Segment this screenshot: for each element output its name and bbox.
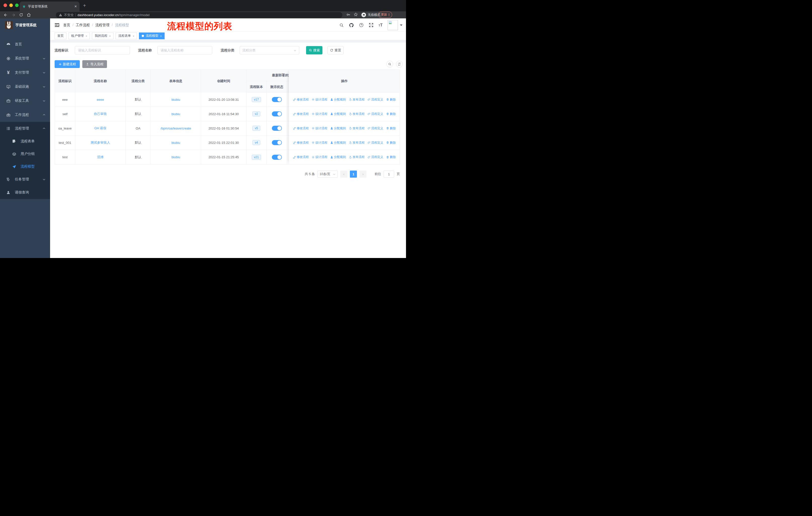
sidebar-collapse-icon[interactable] <box>54 22 60 28</box>
sidebar-item-system[interactable]: 系统管理 <box>0 51 50 65</box>
avatar[interactable] <box>388 20 398 30</box>
assign-rule-link[interactable]: 分配规则 <box>330 98 346 102</box>
url-text[interactable]: dashboard.yudao.iocoder.cn/bpm/manager/m… <box>78 13 149 17</box>
import-process-button[interactable]: 导入流程 <box>82 60 107 68</box>
version-badge[interactable]: v4 <box>253 140 260 145</box>
search-icon[interactable] <box>339 23 344 27</box>
minimize-window-button[interactable] <box>9 3 13 7</box>
active-toggle[interactable] <box>272 97 282 102</box>
version-badge[interactable]: v2 <box>253 111 260 116</box>
delete-link[interactable]: 删除 <box>386 98 396 102</box>
edit-process-link[interactable]: 修改流程 <box>293 155 309 159</box>
breadcrumb-workflow[interactable]: 工作流程 <box>76 23 90 27</box>
font-size-icon[interactable]: TT <box>379 23 383 27</box>
publish-process-link[interactable]: 发布流程 <box>349 155 365 159</box>
version-badge[interactable]: v5 <box>253 126 260 131</box>
assign-rule-link[interactable]: 分配规则 <box>330 126 346 131</box>
design-process-link[interactable]: 设计流程 <box>312 112 327 116</box>
publish-process-link[interactable]: 发布流程 <box>349 112 365 116</box>
breadcrumb-home[interactable]: 首页 <box>63 23 70 27</box>
form-info-link[interactable]: biubiu <box>171 112 180 116</box>
delete-link[interactable]: 删除 <box>386 112 396 116</box>
close-icon[interactable]: × <box>160 34 162 37</box>
search-button[interactable]: 搜索 <box>306 46 322 54</box>
sidebar-item-workflow[interactable]: 工作流程 <box>0 108 50 122</box>
reset-button[interactable]: 重置 <box>327 46 344 54</box>
security-chip[interactable]: 不安全 <box>64 13 74 18</box>
active-toggle[interactable] <box>272 126 282 131</box>
kebab-menu-icon[interactable] <box>388 13 389 17</box>
page-1-button[interactable]: 1 <box>350 170 357 178</box>
sidebar-item-payment[interactable]: ¥ 支付管理 <box>0 65 50 80</box>
back-icon[interactable] <box>3 13 8 17</box>
process-name-link[interactable]: 自己审批 <box>94 112 107 116</box>
avatar-caret-icon[interactable] <box>400 24 403 26</box>
goto-page-input[interactable] <box>384 170 394 178</box>
process-definition-link[interactable]: 流程定义 <box>368 98 383 102</box>
form-info-link[interactable]: /bpm/oa/leave/create <box>161 127 191 130</box>
publish-process-link[interactable]: 发布流程 <box>349 98 365 102</box>
create-process-button[interactable]: 新建流程 <box>55 60 80 68</box>
window-controls[interactable] <box>3 3 19 7</box>
form-info-link[interactable]: biubiu <box>171 155 180 159</box>
edit-process-link[interactable]: 修改流程 <box>293 112 309 116</box>
delete-link[interactable]: 删除 <box>386 155 396 159</box>
tag-home[interactable]: 首页 <box>55 32 66 39</box>
process-definition-link[interactable]: 流程定义 <box>368 126 383 131</box>
sidebar-item-home[interactable]: 首页 <box>0 37 50 51</box>
prev-page-button[interactable]: ‹ <box>340 170 347 178</box>
design-process-link[interactable]: 设计流程 <box>312 155 327 159</box>
process-definition-link[interactable]: 流程定义 <box>368 112 383 116</box>
design-process-link[interactable]: 设计流程 <box>312 141 327 145</box>
help-icon[interactable] <box>359 23 364 27</box>
active-toggle[interactable] <box>272 111 282 116</box>
form-info-link[interactable]: biubiu <box>171 141 180 145</box>
next-page-button[interactable]: › <box>359 170 367 178</box>
breadcrumb-process-mgmt[interactable]: 流程管理 <box>95 23 110 27</box>
password-key-icon[interactable] <box>346 12 351 17</box>
close-icon[interactable]: × <box>133 34 134 37</box>
refresh-table-button[interactable] <box>396 61 403 67</box>
edit-process-link[interactable]: 修改流程 <box>293 141 309 145</box>
sidebar-item-task-mgmt[interactable]: 任务管理 <box>0 173 50 186</box>
design-process-link[interactable]: 设计流程 <box>312 126 327 131</box>
version-badge[interactable]: v17 <box>252 97 261 102</box>
active-toggle[interactable] <box>272 155 282 160</box>
assign-rule-link[interactable]: 分配规则 <box>330 155 346 159</box>
tag-process-model[interactable]: 流程模型× <box>139 32 164 39</box>
process-key-input[interactable] <box>75 46 130 54</box>
show-search-button[interactable] <box>386 61 393 67</box>
process-name-link[interactable]: OA 请假 <box>94 126 107 131</box>
sidebar-item-process-model[interactable]: 流程模型 <box>0 160 50 173</box>
browser-tab[interactable]: 芋道管理系统 ✕ <box>20 1 80 11</box>
sidebar-item-process-form[interactable]: 流程表单 <box>0 135 50 147</box>
process-name-link[interactable]: eeee <box>97 98 104 102</box>
design-process-link[interactable]: 设计流程 <box>312 98 327 102</box>
publish-process-link[interactable]: 发布流程 <box>349 141 365 145</box>
delete-link[interactable]: 删除 <box>386 141 396 145</box>
edit-process-link[interactable]: 修改流程 <box>293 98 309 102</box>
tag-process-form[interactable]: 流程表单× <box>116 32 137 39</box>
process-category-select[interactable]: 流程分类 <box>240 46 299 54</box>
assign-rule-link[interactable]: 分配规则 <box>330 112 346 116</box>
tag-tenant[interactable]: 租户管理× <box>68 32 90 39</box>
close-icon[interactable]: × <box>109 34 111 37</box>
process-name-input[interactable] <box>157 46 212 54</box>
process-definition-link[interactable]: 流程定义 <box>368 155 383 159</box>
sidebar-item-devtools[interactable]: 研发工具 <box>0 94 50 108</box>
version-badge[interactable]: v21 <box>252 155 261 160</box>
sidebar-item-user-group[interactable]: 用户分组 <box>0 147 50 160</box>
form-info-link[interactable]: biubiu <box>171 98 180 102</box>
active-toggle[interactable] <box>272 140 282 145</box>
delete-link[interactable]: 删除 <box>386 126 396 131</box>
close-icon[interactable]: × <box>86 34 87 37</box>
publish-process-link[interactable]: 发布流程 <box>349 126 365 131</box>
assign-rule-link[interactable]: 分配规则 <box>330 141 346 145</box>
tab-close-icon[interactable]: ✕ <box>74 4 77 8</box>
sidebar-item-leave-query[interactable]: 请假查询 <box>0 186 50 199</box>
bookmark-star-icon[interactable] <box>354 12 358 17</box>
process-name-link[interactable]: 测试多审批人 <box>91 140 110 145</box>
close-window-button[interactable] <box>3 3 7 7</box>
new-tab-button[interactable]: + <box>83 3 86 8</box>
forward-icon[interactable] <box>11 13 16 17</box>
